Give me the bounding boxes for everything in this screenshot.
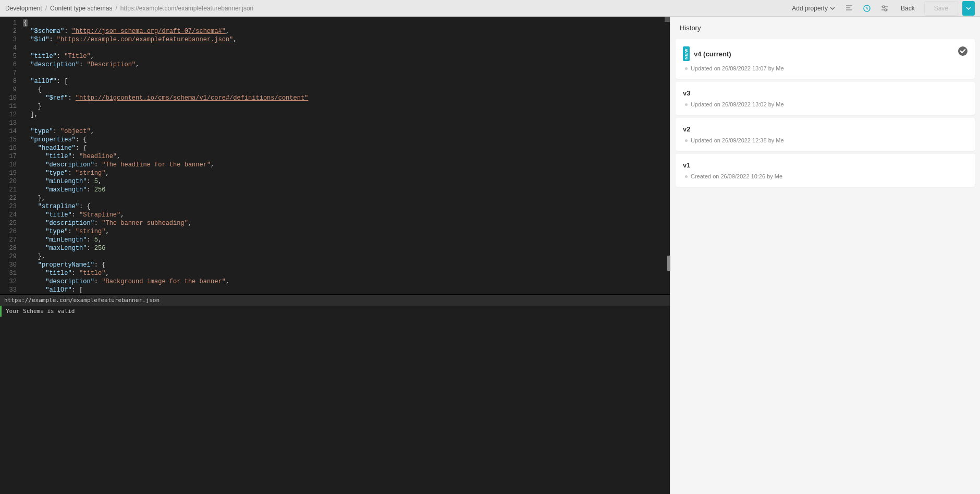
line-number: 30 [0, 261, 17, 269]
code-line[interactable]: }, [21, 194, 670, 202]
line-number: 7 [0, 69, 17, 77]
code-line[interactable]: "description": "Background image for the… [21, 278, 670, 286]
version-name: v1 [683, 161, 690, 169]
minimap-indicator[interactable] [665, 17, 670, 22]
breadcrumb-sep: / [115, 5, 117, 12]
top-bar: Development / Content type schemas / htt… [0, 0, 980, 17]
line-number: 5 [0, 52, 17, 61]
line-number: 17 [0, 152, 17, 161]
line-number: 22 [0, 194, 17, 202]
history-version-card[interactable]: v2Updated on 26/09/2022 12:38 by Me [676, 118, 975, 151]
code-line[interactable]: "allOf": [ [21, 286, 670, 294]
breadcrumb-development[interactable]: Development [5, 5, 42, 12]
code-line[interactable]: "allOf": [ [21, 77, 670, 86]
svg-point-1 [883, 6, 885, 8]
line-number: 1 [0, 19, 17, 27]
line-number: 26 [0, 227, 17, 236]
history-list: NEWv4 (current)Updated on 26/09/2022 13:… [670, 39, 980, 187]
line-number: 29 [0, 252, 17, 261]
code-line[interactable]: "title": "headline", [21, 152, 670, 161]
code-line[interactable]: "description": "The banner subheading", [21, 219, 670, 227]
line-number: 4 [0, 44, 17, 52]
line-number: 12 [0, 111, 17, 119]
validation-file: https://example.com/examplefeaturebanner… [0, 294, 670, 306]
line-number: 31 [0, 269, 17, 278]
line-number: 11 [0, 102, 17, 111]
chevron-down-icon [966, 6, 971, 11]
line-number: 21 [0, 186, 17, 194]
line-number: 25 [0, 219, 17, 227]
line-number: 3 [0, 35, 17, 44]
version-name: v4 (current) [694, 50, 731, 58]
code-line[interactable]: "propertyName1": { [21, 261, 670, 269]
breadcrumb-schemas[interactable]: Content type schemas [50, 5, 112, 12]
version-meta: Updated on 26/09/2022 12:38 by Me [683, 137, 967, 143]
code-line[interactable]: "headline": { [21, 144, 670, 152]
code-line[interactable]: "title": "Strapline", [21, 211, 670, 219]
code-line[interactable]: { [21, 19, 670, 27]
code-line[interactable]: "$schema": "http://json-schema.org/draft… [21, 27, 670, 35]
code-line[interactable] [21, 119, 670, 127]
line-number: 14 [0, 127, 17, 136]
code-line[interactable] [21, 44, 670, 52]
line-number: 6 [0, 61, 17, 69]
code-line[interactable]: "$ref": "http://bigcontent.io/cms/schema… [21, 94, 670, 102]
add-property-label: Add property [792, 5, 828, 12]
validation-output-area [0, 317, 670, 494]
line-number: 24 [0, 211, 17, 219]
version-meta: Created on 26/09/2022 10:26 by Me [683, 173, 967, 179]
line-number: 2 [0, 27, 17, 35]
breadcrumb-current: https://example.com/examplefeaturebanner… [120, 5, 253, 12]
code-line[interactable]: "$id": "https://example.com/examplefeatu… [21, 35, 670, 44]
code-line[interactable]: "type": "string", [21, 169, 670, 177]
line-number: 8 [0, 77, 17, 86]
settings-icon[interactable] [878, 2, 891, 15]
line-number: 33 [0, 286, 17, 294]
code-line[interactable]: "minLength": 5, [21, 177, 670, 186]
add-property-button[interactable]: Add property [789, 3, 838, 14]
code-line[interactable]: "maxLength": 256 [21, 186, 670, 194]
line-number: 20 [0, 177, 17, 186]
version-meta: Updated on 26/09/2022 13:07 by Me [683, 65, 967, 71]
line-number: 10 [0, 94, 17, 102]
version-name: v2 [683, 125, 690, 133]
line-number: 23 [0, 202, 17, 211]
code-editor[interactable]: 1234567891011121314151617181920212223242… [0, 17, 670, 294]
validation-message: Your Schema is valid [0, 306, 670, 317]
panel-resize-handle[interactable] [667, 256, 670, 271]
code-line[interactable]: "type": "object", [21, 127, 670, 136]
code-line[interactable] [21, 69, 670, 77]
version-name: v3 [683, 89, 690, 97]
code-line[interactable]: "minLength": 5, [21, 236, 670, 244]
code-line[interactable]: "description": "Description", [21, 61, 670, 69]
chevron-down-icon [830, 6, 835, 11]
line-number-gutter: 1234567891011121314151617181920212223242… [0, 17, 21, 294]
format-icon[interactable] [842, 2, 856, 15]
code-line[interactable]: "strapline": { [21, 202, 670, 211]
code-line[interactable]: "description": "The headline for the ban… [21, 161, 670, 169]
svg-point-2 [885, 9, 887, 11]
new-badge: NEW [683, 46, 690, 61]
history-version-card[interactable]: v1Created on 26/09/2022 10:26 by Me [676, 154, 975, 187]
code-line[interactable]: "maxLength": 256 [21, 244, 670, 252]
code-line[interactable]: "type": "string", [21, 227, 670, 236]
back-button[interactable]: Back [896, 3, 920, 14]
code-line[interactable]: ], [21, 111, 670, 119]
save-dropdown-button[interactable] [962, 1, 975, 16]
line-number: 27 [0, 236, 17, 244]
history-version-card[interactable]: NEWv4 (current)Updated on 26/09/2022 13:… [676, 39, 975, 79]
history-title: History [670, 17, 980, 39]
code-line[interactable]: { [21, 86, 670, 94]
history-icon[interactable] [860, 2, 874, 15]
code-line[interactable]: "title": "title", [21, 269, 670, 278]
history-version-card[interactable]: v3Updated on 26/09/2022 13:02 by Me [676, 82, 975, 115]
code-line[interactable]: "properties": { [21, 136, 670, 144]
version-meta: Updated on 26/09/2022 13:02 by Me [683, 101, 967, 107]
line-number: 28 [0, 244, 17, 252]
code-lines[interactable]: { "$schema": "http://json-schema.org/dra… [21, 17, 670, 294]
line-number: 15 [0, 136, 17, 144]
code-line[interactable]: "title": "Title", [21, 52, 670, 61]
code-line[interactable]: }, [21, 252, 670, 261]
code-line[interactable]: } [21, 102, 670, 111]
save-button: Save [924, 1, 958, 16]
